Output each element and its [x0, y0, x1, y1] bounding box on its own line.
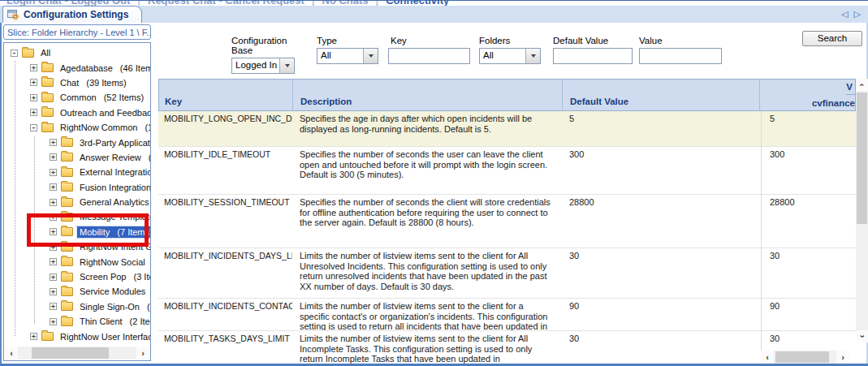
scrollbar-track[interactable] — [774, 351, 836, 364]
config-description: Limits the number of listview items sent… — [292, 248, 562, 298]
tree-item-count: (52 Items) — [104, 93, 145, 102]
tree-expand-toggle[interactable]: + — [50, 258, 57, 265]
folder-icon — [61, 317, 73, 326]
tree-item[interactable]: + Thin Client(2 Items) — [4, 314, 150, 329]
tree-item[interactable]: + Common(52 Items) — [4, 90, 150, 105]
tree-item[interactable]: - All — [4, 45, 150, 60]
search-button[interactable]: Search — [802, 31, 862, 46]
config-row[interactable]: MOBILITY_INCIDENTS_CONTACTS_ Limits the … — [158, 299, 856, 331]
tree-item[interactable]: + RightNow User Interface — [4, 329, 150, 343]
folders-select[interactable]: All — [479, 48, 541, 64]
scroll-right-icon[interactable]: › — [836, 351, 849, 364]
tree-expand-toggle[interactable]: - — [11, 50, 18, 57]
config-site-value[interactable]: 90 — [759, 299, 856, 330]
table-vertical-scrollbar[interactable]: ‹ ‹ — [856, 79, 868, 342]
tree-expand-toggle[interactable]: + — [30, 79, 37, 86]
tree-expand-toggle[interactable]: + — [50, 228, 57, 235]
scrollbar-thumb[interactable] — [32, 347, 109, 359]
tree-expand-toggle[interactable]: + — [30, 64, 37, 71]
tree-expand-toggle[interactable]: + — [50, 318, 57, 325]
tree-item[interactable]: + RightNow Intent Guid — [4, 239, 150, 254]
scrollbar-track[interactable] — [18, 347, 136, 360]
tree-item[interactable]: + Service Modules(35 — [4, 284, 150, 299]
tree-item[interactable]: + Message Templates — [4, 209, 150, 224]
tree-item-label: RightNow Social — [80, 257, 145, 267]
tree-item-count: (7 Items) — [117, 227, 151, 237]
value-pane-horizontal-scrollbar[interactable]: ‹ › — [761, 351, 849, 364]
tree-expand-toggle[interactable]: + — [30, 94, 37, 101]
config-row[interactable]: MOBILITY_LONG_OPEN_INC_DAYS Specifies th… — [158, 111, 856, 147]
scrollbar-thumb[interactable] — [775, 351, 829, 363]
column-header-cvfinance[interactable]: cvfinance — [802, 95, 855, 110]
tree-item[interactable]: - RightNow Common(115 — [4, 120, 150, 135]
type-select[interactable]: All — [317, 48, 378, 64]
tree-item[interactable]: + Fusion Integration(3 — [4, 180, 150, 195]
tree-item-label: Outreach and Feedback — [60, 108, 151, 118]
tree-item-label: All — [41, 48, 50, 58]
tree-item-label: Fusion Integration — [80, 183, 151, 192]
nav-back-icon[interactable]: ◁ — [841, 9, 848, 19]
config-site-value[interactable]: 5 — [759, 111, 856, 146]
tree-expand-toggle[interactable]: + — [50, 183, 57, 191]
tree-expand-toggle[interactable]: + — [50, 303, 57, 310]
column-header-description[interactable]: Description — [293, 80, 563, 110]
tree-item[interactable]: + General Analytics Opt — [4, 195, 150, 209]
config-site-value[interactable]: 300 — [759, 147, 856, 194]
scroll-up-icon[interactable]: ‹ — [856, 79, 868, 91]
tab-configuration-settings[interactable]: Configuration Settings — [2, 6, 142, 23]
slice-header: Slice: Folder Hierarchy - Level 1 \ F... — [3, 24, 151, 40]
tree-item[interactable]: + External Integration( — [4, 165, 150, 179]
config-row[interactable]: MOBILITY_TASKS_DAYS_LIMIT Limits the num… — [158, 331, 856, 364]
config-site-value[interactable]: 28800 — [759, 195, 856, 248]
column-header-default-value[interactable]: Default Value — [563, 80, 760, 110]
tree-item[interactable]: + 3rd-Party Applications — [4, 135, 150, 149]
tree-item[interactable]: + RightNow Social(5 — [4, 254, 150, 269]
tree-expand-toggle[interactable]: + — [30, 333, 37, 340]
config-row[interactable]: MOBILITY_INCIDENTS_DAYS_LIMIT Limits the… — [158, 248, 856, 299]
folder-icon — [61, 302, 73, 311]
tree-expand-toggle[interactable]: + — [50, 169, 57, 176]
tree-item[interactable]: + Screen Pop(3 Items — [4, 269, 150, 284]
folder-icon — [61, 183, 73, 192]
tree-item[interactable]: + Single Sign-On(1 Ite — [4, 299, 150, 314]
chevron-down-icon[interactable] — [279, 58, 294, 73]
folder-icon — [61, 287, 73, 296]
folder-icon — [61, 257, 73, 266]
config-key: MOBILITY_SESSION_TIMEOUT — [158, 195, 292, 248]
scroll-left-icon[interactable]: ‹ — [5, 347, 18, 360]
scrollbar-thumb[interactable] — [857, 93, 867, 224]
key-input[interactable] — [388, 48, 470, 64]
scroll-down-icon[interactable]: ‹ — [856, 330, 868, 342]
scroll-left-icon[interactable]: ‹ — [761, 351, 774, 364]
config-row[interactable]: MOBILITY_SESSION_TIMEOUT Specifies the n… — [158, 195, 856, 248]
nav-forward-icon[interactable]: ▷ — [854, 9, 861, 19]
scrollbar-track[interactable] — [856, 91, 868, 330]
tree-expand-toggle[interactable]: + — [50, 288, 57, 295]
chevron-down-icon[interactable] — [525, 49, 540, 63]
tree-expand-toggle[interactable]: + — [50, 213, 57, 221]
tree-expand-toggle[interactable]: + — [50, 139, 57, 146]
tree-expand-toggle[interactable]: + — [50, 153, 57, 161]
default-value-input[interactable] — [553, 48, 633, 64]
value-input[interactable] — [639, 48, 722, 64]
folder-icon — [41, 78, 54, 87]
tree-item[interactable]: + Chat(39 Items) — [4, 75, 150, 90]
column-header-key[interactable]: Key — [159, 80, 293, 110]
tree-item[interactable]: + Answer Review(1 It — [4, 150, 150, 165]
config-site-value[interactable]: 30 — [759, 248, 856, 298]
tree-expand-toggle[interactable]: - — [30, 124, 37, 131]
tree-item[interactable]: + Agedatabase(46 Items) — [4, 60, 150, 75]
folders-value: All — [480, 49, 525, 63]
configuration-base-select[interactable]: Logged In — [231, 58, 295, 74]
tree-expand-toggle[interactable]: + — [50, 243, 57, 251]
tree-item[interactable]: + Mobility(7 Items) — [4, 225, 150, 239]
tree-expand-toggle[interactable]: + — [50, 199, 57, 206]
tree-horizontal-scrollbar[interactable]: ‹ › — [5, 347, 149, 360]
scroll-right-icon[interactable]: › — [136, 347, 149, 360]
config-default-value: 5 — [562, 111, 759, 146]
tree-item[interactable]: + Outreach and Feedback — [4, 105, 150, 120]
tree-expand-toggle[interactable]: + — [30, 109, 37, 116]
chevron-down-icon[interactable] — [363, 49, 378, 63]
tree-expand-toggle[interactable]: + — [50, 273, 57, 281]
config-row[interactable]: MOBILITY_IDLE_TIMEOUT Specifies the numb… — [158, 147, 856, 195]
